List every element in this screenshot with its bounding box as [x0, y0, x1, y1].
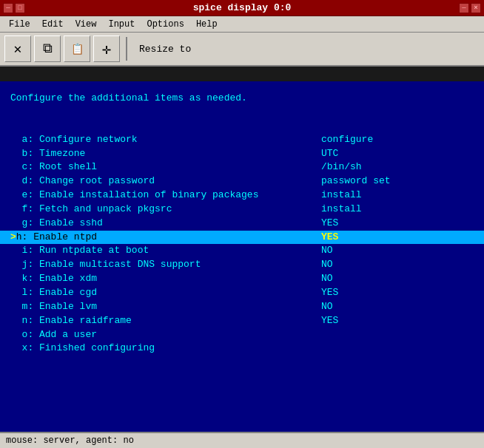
row-o-label: o: Add a user: [10, 328, 321, 342]
config-row-g: g: Enable sshd YES: [10, 217, 474, 231]
row-n-label: n: Enable raidframe: [10, 314, 321, 328]
row-n-value: YES: [321, 314, 338, 328]
config-row-n: n: Enable raidframe YES: [10, 314, 474, 328]
menu-options[interactable]: Options: [141, 18, 189, 31]
row-j-value: NO: [321, 258, 333, 272]
row-a-label: a: Configure network: [10, 133, 321, 147]
row-d-value: password set: [321, 174, 391, 189]
menu-bar: File Edit View Input Options Help: [0, 16, 484, 33]
config-row-i: i: Run ntpdate at boot NO: [10, 244, 474, 258]
prompt-char: >: [10, 231, 16, 242]
row-g-value: YES: [321, 217, 338, 231]
display-area[interactable]: Configure the additional items as needed…: [0, 81, 484, 435]
close-icon: ✕: [14, 41, 22, 57]
row-a-value: configure: [321, 133, 373, 147]
row-i-label: i: Run ntpdate at boot: [10, 244, 321, 258]
copy-button[interactable]: ⧉: [34, 35, 61, 62]
config-row-k: k: Enable xdm NO: [10, 272, 474, 286]
toolbar-separator: [126, 37, 127, 61]
title-bar-left-controls: ─ □: [0, 3, 28, 13]
row-c-value: /bin/sh: [321, 160, 362, 174]
row-m-value: NO: [321, 300, 333, 314]
row-k-label: k: Enable xdm: [10, 272, 321, 286]
row-m-label: m: Enable lvm: [10, 300, 321, 314]
row-l-value: YES: [321, 286, 338, 300]
row-x-label: x: Finished configuring: [10, 342, 321, 356]
row-g-label: g: Enable sshd: [10, 217, 321, 231]
spacer-line: [10, 116, 474, 130]
title-bar: ─ □ spice display 0:0 ─ ×: [0, 0, 484, 16]
paste-icon: 📋: [71, 43, 84, 55]
config-row-e: e: Enable installation of binary package…: [10, 189, 474, 203]
row-e-label: e: Enable installation of binary package…: [10, 189, 321, 203]
config-row-d: d: Change root password password set: [10, 174, 474, 189]
config-row-x: x: Finished configuring: [10, 342, 474, 356]
config-row-j: j: Enable multicast DNS support NO: [10, 258, 474, 272]
title-bar-right-controls: ─ ×: [456, 3, 484, 13]
row-h-label: >h: Enable ntpd: [10, 231, 321, 245]
title-close-button[interactable]: ×: [471, 3, 481, 13]
config-row-m: m: Enable lvm NO: [10, 300, 474, 314]
copy-icon: ⧉: [43, 41, 53, 56]
paste-button[interactable]: 📋: [64, 35, 90, 62]
config-row-o: o: Add a user: [10, 328, 474, 342]
status-text: mouse: server, agent: no: [6, 435, 134, 446]
terminal-output: Configure the additional items as needed…: [0, 89, 484, 359]
title-restore-button[interactable]: ─: [459, 3, 469, 13]
config-row-c: c: Root shell /bin/sh: [10, 160, 474, 174]
row-b-label: b: Timezone: [10, 147, 321, 161]
menu-edit[interactable]: Edit: [36, 18, 70, 31]
app-window: ─ □ spice display 0:0 ─ × File Edit View…: [0, 0, 484, 448]
toolbar: ✕ ⧉ 📋 ✛ Resize to: [0, 33, 484, 67]
config-row-f: f: Fetch and unpack pkgsrc install: [10, 203, 474, 217]
close-button[interactable]: ✕: [4, 35, 31, 62]
row-f-label: f: Fetch and unpack pkgsrc: [10, 203, 321, 217]
config-row-b: b: Timezone UTC: [10, 147, 474, 161]
menu-view[interactable]: View: [70, 18, 103, 31]
title-maximize-button[interactable]: □: [15, 3, 25, 13]
menu-file[interactable]: File: [3, 18, 36, 31]
move-button[interactable]: ✛: [93, 35, 120, 62]
header-line: Configure the additional items as needed…: [10, 92, 474, 106]
resize-to-label: Resize to: [133, 44, 191, 55]
row-j-label: j: Enable multicast DNS support: [10, 258, 321, 272]
config-row-l: l: Enable cgd YES: [10, 286, 474, 300]
menu-help[interactable]: Help: [190, 18, 223, 31]
row-d-label: d: Change root password: [10, 174, 321, 189]
row-f-value: install: [321, 203, 362, 217]
menu-input[interactable]: Input: [102, 18, 141, 31]
row-e-value: install: [321, 189, 362, 203]
move-icon: ✛: [102, 40, 111, 58]
display-top-border: [0, 67, 484, 81]
status-bar: mouse: server, agent: no: [0, 432, 484, 448]
row-l-label: l: Enable cgd: [10, 286, 321, 300]
row-h-value: YES: [321, 231, 338, 245]
row-b-value: UTC: [321, 147, 338, 161]
title-minimize-button[interactable]: ─: [3, 3, 13, 13]
window-title: spice display 0:0: [28, 2, 456, 13]
config-row-a: a: Configure network configure: [10, 133, 474, 147]
row-k-value: NO: [321, 272, 333, 286]
config-row-h: >h: Enable ntpd YES: [0, 231, 484, 245]
row-c-label: c: Root shell: [10, 160, 321, 174]
row-i-value: NO: [321, 244, 333, 258]
